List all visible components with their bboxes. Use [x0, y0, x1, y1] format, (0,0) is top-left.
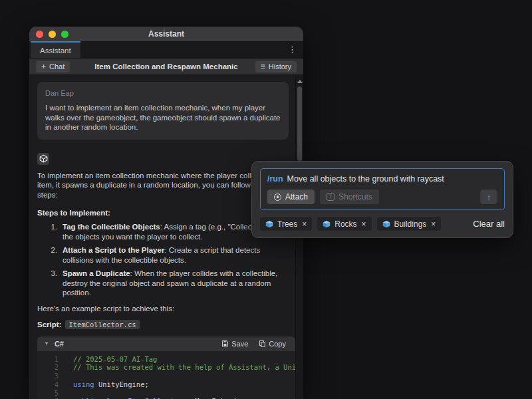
- scroll-up-icon[interactable]: [297, 80, 303, 83]
- assistant-avatar: [37, 153, 49, 165]
- code-editor[interactable]: 1 // 2025-05-07 AI-Tag 2 // This was cre…: [37, 351, 295, 399]
- remove-tag-icon[interactable]: ×: [431, 219, 436, 229]
- script-line: Script: ItemCollector.cs: [37, 320, 287, 329]
- code-block: ▼ C# Save Copy 1 // 2025-05-07 AI-Tag: [37, 336, 295, 399]
- shortcuts-button[interactable]: / Shortcuts: [320, 190, 379, 204]
- code-line: 2 // This was created with the help of A…: [37, 363, 295, 372]
- shortcuts-label: Shortcuts: [338, 192, 372, 201]
- attach-label: Attach: [285, 192, 308, 201]
- user-message: Dan Eap I want to implement an item coll…: [37, 82, 289, 140]
- history-button[interactable]: ≡ History: [255, 61, 297, 72]
- line-number: 4: [37, 380, 59, 389]
- tag-chip-label: Trees: [277, 219, 297, 229]
- copy-button[interactable]: Copy: [256, 340, 289, 348]
- steps-list: 1. Tag the Collectible Objects: Assign a…: [37, 222, 287, 298]
- code-line: 5: [37, 389, 295, 398]
- copy-label: Copy: [269, 340, 286, 348]
- tag-chip-rocks[interactable]: Rocks ×: [317, 217, 371, 231]
- save-icon: [221, 340, 229, 347]
- clear-all-button[interactable]: Clear all: [473, 219, 505, 229]
- attach-icon: [274, 194, 281, 201]
- history-label: History: [269, 63, 291, 70]
- step-lead: Attach a Script to the Player: [63, 246, 164, 254]
- list-number: 2.: [47, 245, 57, 265]
- list-item: 2. Attach a Script to the Player: Create…: [37, 245, 291, 265]
- prompt-command-text: Move all objects to the ground with rayc…: [287, 174, 444, 184]
- copy-icon: [259, 340, 266, 347]
- chat-toolbar: + Chat Item Collection and Respawn Mecha…: [29, 59, 303, 75]
- cube-icon: [382, 220, 390, 228]
- tab-assistant[interactable]: Assistant: [31, 41, 80, 58]
- line-number: 3: [37, 372, 59, 380]
- new-chat-button[interactable]: + Chat: [36, 61, 70, 72]
- history-icon: ≡: [261, 63, 265, 70]
- step-lead: Tag the Collectible Objects: [63, 223, 160, 231]
- save-button[interactable]: Save: [219, 340, 251, 348]
- run-command-token: /run: [267, 174, 283, 184]
- user-message-author: Dan Eap: [45, 89, 281, 97]
- list-number: 1.: [47, 222, 57, 241]
- user-message-text: I want to implement an item collection m…: [45, 103, 281, 132]
- remove-tag-icon[interactable]: ×: [362, 219, 366, 229]
- example-line: Here's an example script to achieve this…: [37, 305, 287, 313]
- tag-chip-label: Rocks: [334, 219, 356, 229]
- new-chat-label: Chat: [49, 63, 65, 70]
- script-label: Script:: [37, 321, 61, 329]
- unity-logo-icon: [39, 154, 48, 163]
- code-line: 1 // 2025-05-07 AI-Tag: [37, 355, 295, 364]
- tag-chip-label: Buildings: [394, 219, 427, 229]
- steps-heading: Steps to Implement:: [37, 209, 287, 217]
- script-filename[interactable]: ItemCollector.cs: [65, 320, 139, 329]
- code-block-header: ▼ C# Save Copy: [37, 336, 295, 351]
- code-line: 3: [37, 372, 295, 380]
- step-lead: Spawn a Duplicate: [63, 269, 130, 277]
- code-language-label: C#: [55, 340, 64, 348]
- prompt-actions: Attach / Shortcuts ↑: [267, 190, 497, 204]
- scrollbar-thumb[interactable]: [297, 86, 302, 161]
- send-arrow-icon: ↑: [487, 192, 491, 202]
- titlebar: Assistant: [29, 27, 303, 41]
- remove-tag-icon[interactable]: ×: [302, 219, 307, 229]
- line-number: 2: [37, 363, 59, 372]
- tab-label: Assistant: [40, 47, 71, 55]
- cube-icon: [265, 220, 273, 228]
- tag-chip-buildings[interactable]: Buildings ×: [377, 217, 442, 231]
- list-number: 3.: [47, 269, 57, 298]
- tab-bar: Assistant ⋮: [29, 41, 303, 59]
- prompt-popup: /runMove all objects to the ground with …: [251, 161, 513, 238]
- line-number: 5: [37, 389, 59, 398]
- tag-chip-trees[interactable]: Trees ×: [260, 217, 312, 231]
- plus-icon: +: [41, 63, 46, 70]
- kebab-menu-icon[interactable]: ⋮: [288, 41, 297, 58]
- line-number: 1: [37, 355, 59, 364]
- save-label: Save: [231, 340, 248, 348]
- attach-button[interactable]: Attach: [267, 190, 315, 204]
- cube-icon: [323, 220, 331, 228]
- attached-objects-row: Trees × Rocks × Buildings × Clear all: [260, 217, 505, 231]
- send-button[interactable]: ↑: [480, 190, 497, 204]
- list-item: 3. Spawn a Duplicate: When the player co…: [37, 269, 291, 298]
- window-title: Assistant: [29, 29, 303, 39]
- slash-icon: /: [327, 193, 334, 201]
- prompt-text: /runMove all objects to the ground with …: [267, 174, 497, 184]
- code-line: 4 using UnityEngine;: [37, 380, 295, 389]
- prompt-input[interactable]: /runMove all objects to the ground with …: [260, 168, 505, 210]
- collapse-icon[interactable]: ▼: [44, 340, 49, 346]
